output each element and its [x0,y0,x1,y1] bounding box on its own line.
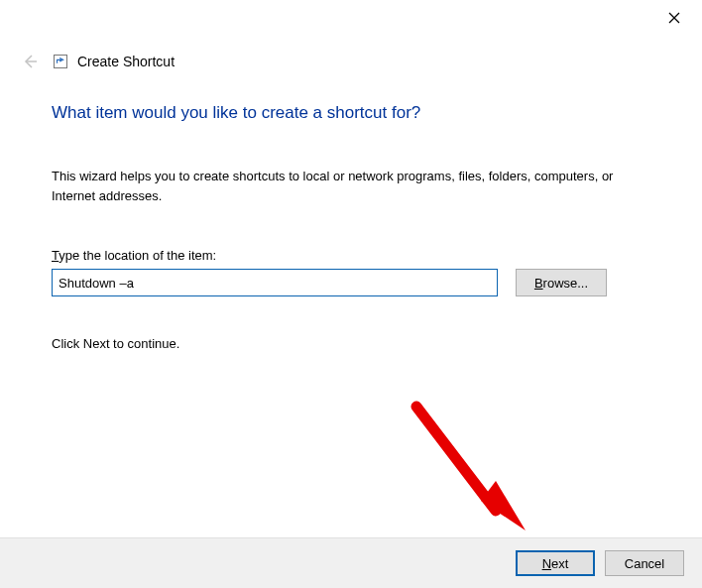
wizard-title: Create Shortcut [77,54,175,69]
page-heading: What item would you like to create a sho… [52,103,650,123]
continue-text: Click Next to continue. [52,336,650,351]
back-button[interactable] [20,52,40,71]
location-label: Type the location of the item: [52,248,650,263]
browse-button[interactable]: Browse... [516,269,607,296]
wizard-content: What item would you like to create a sho… [52,103,650,351]
location-input[interactable] [52,269,498,296]
wizard-footer: Next Cancel [0,537,702,588]
description-text: This wizard helps you to create shortcut… [52,167,650,206]
location-row: Browse... [52,269,650,296]
shortcut-icon [54,55,67,68]
svg-marker-5 [481,481,526,530]
svg-line-4 [416,407,496,511]
titlebar [0,0,702,32]
back-arrow-icon [22,54,38,69]
close-icon [668,12,680,24]
cancel-button[interactable]: Cancel [605,550,684,576]
next-button[interactable]: Next [516,550,595,576]
wizard-header: Create Shortcut [20,48,682,75]
close-button[interactable] [664,8,684,28]
annotation-arrow [411,402,530,540]
